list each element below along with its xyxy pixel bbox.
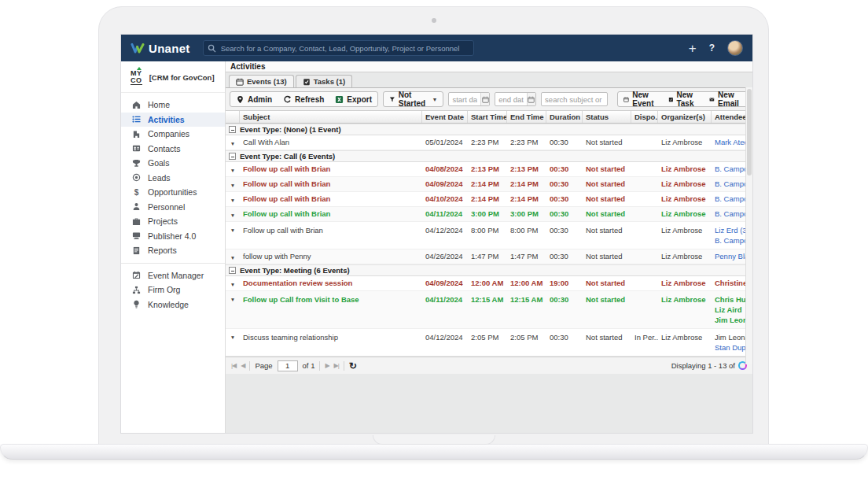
scrollbar-thumb[interactable] <box>747 89 752 175</box>
sidebar-item-event-manager[interactable]: Event Manager <box>121 268 225 283</box>
next-page-button[interactable]: ▶ <box>325 362 329 369</box>
svg-text:$: $ <box>134 188 139 197</box>
sidebar-item-label: Projects <box>148 216 178 226</box>
global-search[interactable] <box>203 40 474 56</box>
collapse-group-icon[interactable] <box>229 267 236 274</box>
cell-dispo <box>631 177 658 179</box>
row-expander-icon[interactable]: ▼ <box>226 177 240 191</box>
group-header-label: Event Type: (None) (1 Event) <box>240 125 341 134</box>
subject-search-input[interactable] <box>542 95 607 104</box>
last-page-button[interactable]: ▶| <box>334 362 339 369</box>
attendee-link[interactable]: Stan Dupp <box>715 342 749 353</box>
collapse-group-icon[interactable] <box>229 126 236 133</box>
event-row: ▼Follow up Call from Visit to Base04/11/… <box>226 291 752 329</box>
column-header-end-time[interactable]: End Time <box>507 111 546 123</box>
column-header-start-time[interactable]: Start Time <box>468 111 507 123</box>
column-header-duration[interactable]: Duration <box>546 111 583 123</box>
sidebar-nav: HomeActivitiesCompaniesContactsGoalsLead… <box>121 93 225 258</box>
status-filter-dropdown[interactable]: Not Started ▼ <box>383 91 443 107</box>
cell-organizer: Liz Ambrose <box>658 291 712 308</box>
collapse-group-icon[interactable] <box>229 153 236 160</box>
sidebar-item-companies[interactable]: Companies <box>121 127 225 142</box>
column-header-organizer-s-[interactable]: Organizer(s) <box>658 111 712 123</box>
sidebar-item-reports[interactable]: Reports <box>121 243 225 258</box>
row-expander-icon[interactable]: ▼ <box>226 276 240 290</box>
refresh-button[interactable]: Refresh <box>278 92 329 106</box>
attendee-link[interactable]: B. Campo <box>715 179 749 189</box>
attendee-link[interactable]: B. Campo <box>715 194 749 204</box>
attendee-link[interactable]: B. Campo <box>715 164 749 174</box>
row-expander-icon[interactable]: ▼ <box>226 192 240 206</box>
new-email-button[interactable]: New Email <box>704 92 748 106</box>
cell-end: 1:47 PM <box>507 249 546 262</box>
attendee-link: Liz Aird <box>715 305 749 315</box>
pager-refresh-icon[interactable]: ↻ <box>349 361 357 371</box>
row-expander-icon[interactable]: ▼ <box>226 162 240 176</box>
group-header-row: Event Type: Call (6 Events) <box>226 150 752 162</box>
cell-organizer: Liz Ambrose <box>658 222 712 238</box>
global-search-input[interactable] <box>204 41 473 55</box>
column-header-dispo-[interactable]: Dispo... <box>631 111 658 123</box>
admin-button[interactable]: Admin <box>230 92 278 106</box>
attendee-link: Jim Leona <box>715 332 749 342</box>
attendee-link[interactable]: B. Campo <box>715 209 749 219</box>
topbar-actions: + ? <box>689 40 743 56</box>
sidebar-item-leads[interactable]: Leads <box>121 171 225 186</box>
toolbar: Admin Refresh Export <box>226 88 752 110</box>
attendee-link[interactable]: Liz Erd (3 <box>715 225 749 235</box>
cell-date: 04/12/2024 <box>422 329 468 345</box>
end-date-picker-button[interactable] <box>527 93 535 105</box>
sidebar-item-goals[interactable]: Goals <box>121 156 225 171</box>
row-expander-icon[interactable]: ▼ <box>226 135 240 150</box>
cell-date: 04/11/2024 <box>422 207 468 220</box>
laptop-screen-bezel: Unanet + ? <box>98 6 769 445</box>
event-manager-icon <box>132 271 141 279</box>
sidebar-item-home[interactable]: Home <box>121 98 225 113</box>
grid-body: Event Type: (None) (1 Event)▼Call With A… <box>226 124 752 357</box>
task-icon <box>303 78 311 86</box>
user-avatar[interactable] <box>727 40 743 56</box>
sidebar-item-projects[interactable]: Projects <box>121 214 225 229</box>
unanet-logo-icon <box>131 43 145 54</box>
sidebar-item-firm-org[interactable]: Firm Org <box>121 283 225 297</box>
laptop-camera-dot <box>432 18 436 23</box>
column-header-subject[interactable]: Subject <box>240 111 422 123</box>
prev-page-button[interactable]: ◀ <box>241 362 245 369</box>
attendee-link[interactable]: B. Campo <box>715 235 749 246</box>
row-expander-icon[interactable]: ▼ <box>226 249 240 264</box>
sidebar-item-contacts[interactable]: Contacts <box>121 142 225 157</box>
tab-tasks[interactable]: Tasks (1) <box>296 75 352 87</box>
new-task-button[interactable]: New Task <box>663 92 704 106</box>
row-expander-icon[interactable]: ▼ <box>226 207 240 221</box>
row-expander-icon[interactable]: ▼ <box>226 329 240 345</box>
displaying-label: Displaying 1 - 13 of <box>671 361 735 370</box>
attendee-link[interactable]: Mark Atee <box>715 137 749 147</box>
event-row: ▼Call With Alan05/01/20242:23 PM2:23 PM0… <box>226 135 752 150</box>
sidebar-item-personnel[interactable]: Personnel <box>121 200 225 215</box>
sidebar-item-opportunities[interactable]: $Opportunities <box>121 185 225 200</box>
event-row: ▼Follow up call with Brian04/08/20242:13… <box>226 162 752 177</box>
vertical-scrollbar[interactable] <box>745 87 752 364</box>
end-date-input[interactable] <box>495 95 527 104</box>
column-header-event-date[interactable]: Event Date <box>422 111 468 123</box>
cell-duration: 00:30 <box>546 291 583 308</box>
cell-duration: 19:00 <box>546 276 583 289</box>
start-date-input[interactable] <box>449 95 480 104</box>
export-button[interactable]: Export <box>329 92 377 106</box>
help-icon[interactable]: ? <box>709 42 715 54</box>
new-event-button[interactable]: New Event <box>618 92 662 106</box>
column-header-status[interactable]: Status <box>583 111 631 123</box>
crm-app-label: [CRM for GovCon] <box>149 73 215 82</box>
sidebar-item-knowledge[interactable]: Knowledge <box>121 297 225 312</box>
tab-events[interactable]: Events (13) <box>229 75 294 87</box>
page-number-input[interactable] <box>278 360 298 371</box>
first-page-button[interactable]: |◀ <box>231 362 236 369</box>
row-expander-icon[interactable]: ▼ <box>226 291 240 308</box>
row-expander-icon[interactable]: ▼ <box>226 222 240 238</box>
attendee-link[interactable]: Penny Bla <box>715 251 749 261</box>
add-icon[interactable]: + <box>689 42 697 55</box>
start-date-picker-button[interactable] <box>480 93 489 105</box>
attendee-link: Jim Leona <box>715 315 749 325</box>
sidebar-item-publisher-4-0[interactable]: Publisher 4.0 <box>121 229 225 244</box>
sidebar-item-activities[interactable]: Activities <box>121 113 225 127</box>
